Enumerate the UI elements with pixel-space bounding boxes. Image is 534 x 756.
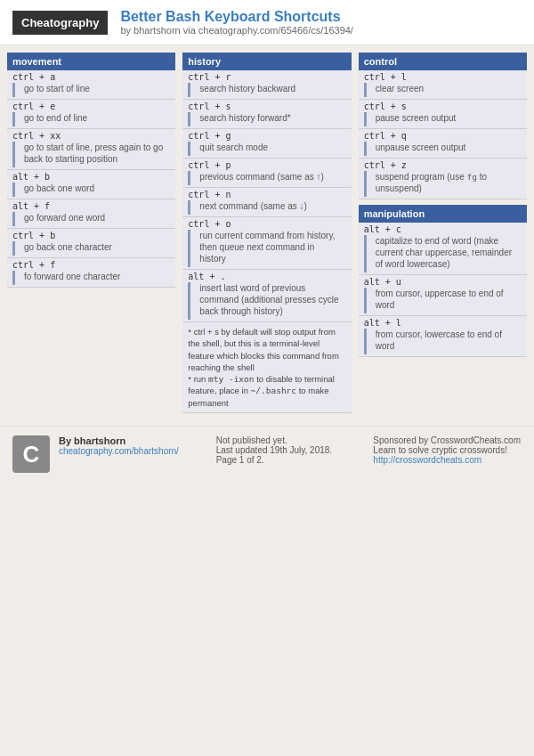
shortcut-desc: quit search mode <box>188 142 345 156</box>
footer-sponsor-line1: Sponsored by CrosswordCheats.com <box>373 435 522 445</box>
logo: Cheatography <box>12 11 108 35</box>
movement-column: movement ctrl + a go to start of line ct… <box>7 53 175 413</box>
shortcut-desc: go to start of line, press again to go b… <box>12 142 170 167</box>
list-item: ctrl + b go back one character <box>7 229 175 258</box>
list-item: ctrl + l clear screen <box>359 70 527 100</box>
list-item: alt + b go back one word <box>7 170 175 199</box>
list-item: ctrl + n next command (same as ↓) <box>182 188 351 217</box>
list-item: ctrl + p previous command (same as ↑) <box>182 159 351 188</box>
shortcut-key: ctrl + e <box>7 100 175 111</box>
shortcut-key: alt + f <box>7 199 175 211</box>
list-item: ctrl + z suspend program (use fg to unsu… <box>359 159 527 199</box>
history-note: * ctrl + s by default will stop output f… <box>182 322 351 413</box>
footer: C By bhartshorn cheatography.com/bhartsh… <box>0 426 534 482</box>
list-item: alt + f go forward one word <box>7 199 175 229</box>
shortcut-key: ctrl + p <box>182 159 351 170</box>
shortcut-desc: clear screen <box>364 83 522 97</box>
shortcut-desc: go back one character <box>12 241 170 256</box>
list-item: ctrl + f fo forward one character <box>7 258 175 288</box>
shortcut-desc: go to start of line <box>12 83 170 97</box>
shortcut-desc: go back one word <box>12 183 170 197</box>
footer-author-link[interactable]: cheatography.com/bhartshorn/ <box>59 446 179 456</box>
footer-col-meta: Not published yet. Last updated 19th Jul… <box>216 435 365 473</box>
footer-meta-line2: Last updated 19th July, 2018. <box>216 445 365 455</box>
shortcut-key: ctrl + xx <box>7 129 175 141</box>
history-column: history ctrl + r search history backward… <box>182 53 351 413</box>
page-title: Better Bash Keyboard Shortcuts <box>120 9 353 25</box>
control-header: control <box>359 53 527 70</box>
history-header: history <box>182 53 351 70</box>
shortcut-key: ctrl + s <box>359 100 527 111</box>
shortcut-desc: from cursor, lowercase to end of word <box>364 329 522 354</box>
shortcut-key: alt + u <box>359 275 527 287</box>
shortcut-key: ctrl + r <box>182 70 351 82</box>
shortcut-key: ctrl + s <box>182 100 351 111</box>
shortcut-key: alt + . <box>182 270 351 281</box>
footer-logo: C <box>12 435 50 473</box>
list-item: ctrl + o run current command from histor… <box>182 217 351 270</box>
shortcut-desc: next command (same as ↓) <box>188 200 345 215</box>
page-author: by bhartshorn via cheatography.com/65466… <box>120 25 353 36</box>
footer-meta-line1: Not published yet. <box>216 435 365 445</box>
list-item: alt + c capitalize to end of word (make … <box>359 223 527 275</box>
footer-sponsor-link[interactable]: http://crosswordcheats.com <box>373 455 481 465</box>
shortcut-key: ctrl + z <box>359 159 527 170</box>
main-content: movement ctrl + a go to start of line ct… <box>0 45 534 420</box>
shortcut-key: ctrl + l <box>359 70 527 82</box>
shortcut-key: ctrl + b <box>7 229 175 240</box>
list-item: ctrl + a go to start of line <box>7 70 175 100</box>
shortcut-key: ctrl + n <box>182 188 351 199</box>
shortcut-desc: previous command (same as ↑) <box>188 171 345 185</box>
list-item: ctrl + g quit search mode <box>182 129 351 159</box>
shortcut-key: ctrl + o <box>182 217 351 229</box>
shortcut-desc: pause screen output <box>364 112 522 126</box>
shortcut-key: ctrl + f <box>7 258 175 270</box>
list-item: alt + . insert last word of previous com… <box>182 270 351 322</box>
header: Cheatography Better Bash Keyboard Shortc… <box>0 0 534 45</box>
shortcut-desc: go forward one word <box>12 212 170 226</box>
footer-col-author: By bhartshorn cheatography.com/bhartshor… <box>59 435 207 473</box>
header-text: Better Bash Keyboard Shortcuts by bharts… <box>120 9 353 36</box>
shortcut-key: ctrl + a <box>7 70 175 82</box>
footer-sponsor-line2: Learn to solve cryptic crosswords! <box>373 445 522 455</box>
shortcut-desc: capitalize to end of word (make current … <box>364 235 522 272</box>
list-item: ctrl + e go to end of line <box>7 100 175 129</box>
shortcut-desc: unpause screen output <box>364 142 522 156</box>
shortcut-desc: insert last word of previous command (ad… <box>188 282 345 320</box>
shortcut-desc: search history forward* <box>188 112 345 126</box>
movement-header: movement <box>7 53 175 70</box>
manipulation-header: manipulation <box>359 205 527 223</box>
footer-author-label: By bhartshorn <box>59 435 207 446</box>
shortcut-key: alt + c <box>359 223 527 234</box>
shortcut-desc: from cursor, uppercase to end of word <box>364 288 522 313</box>
shortcut-key: alt + l <box>359 316 527 328</box>
shortcut-key: ctrl + g <box>182 129 351 141</box>
shortcut-desc: run current command from history, then q… <box>188 230 345 267</box>
list-item: ctrl + r search history backward <box>182 70 351 100</box>
list-item: ctrl + xx go to start of line, press aga… <box>7 129 175 170</box>
control-column: control ctrl + l clear screen ctrl + s p… <box>359 53 527 413</box>
shortcut-desc: go to end of line <box>12 112 170 126</box>
shortcut-desc: suspend program (use fg to unsuspend) <box>364 171 522 197</box>
shortcut-desc: search history backward <box>188 83 345 97</box>
list-item: alt + u from cursor, uppercase to end of… <box>359 275 527 316</box>
footer-meta-line3: Page 1 of 2. <box>216 455 365 465</box>
list-item: ctrl + s search history forward* <box>182 100 351 129</box>
list-item: ctrl + q unpause screen output <box>359 129 527 159</box>
shortcut-desc: fo forward one character <box>12 271 170 285</box>
shortcut-key: ctrl + q <box>359 129 527 141</box>
list-item: ctrl + s pause screen output <box>359 100 527 129</box>
shortcut-key: alt + b <box>7 170 175 182</box>
list-item: alt + l from cursor, lowercase to end of… <box>359 316 527 357</box>
footer-col-sponsor: Sponsored by CrosswordCheats.com Learn t… <box>373 435 522 473</box>
